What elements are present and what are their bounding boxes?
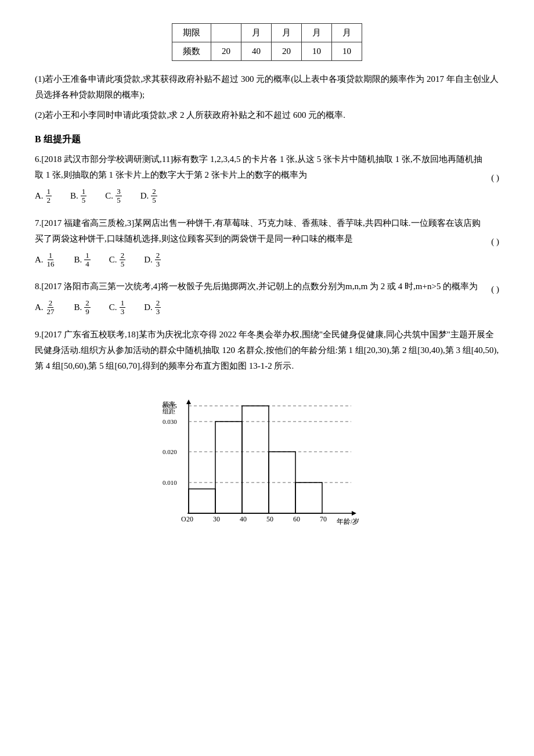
q7-bracket: ( ) — [491, 237, 499, 247]
q8-body: 将一枚骰子先后抛掷两次,并记朝上的点数分别为m,n,m 为 2 或 4 时,m+… — [160, 282, 478, 291]
q9-source: 9.[2017 广东省五校联考,18] — [35, 330, 139, 339]
question-8: 8.[2017 洛阳市高三第一次统考,4]将一枚骰子先后抛掷两次,并记朝上的点数… — [35, 279, 499, 316]
bar-20-30 — [189, 489, 215, 513]
table-cell-10a: 10 — [302, 42, 332, 61]
ytick-0020: 0.020 — [163, 448, 177, 455]
q6-options: A. 12 B. 15 C. 35 D. 25 — [35, 188, 499, 205]
table-cell-10b: 10 — [332, 42, 362, 61]
q8-option-b: B. 29 — [74, 299, 91, 316]
bar-40-50 — [242, 406, 269, 513]
intro-q1: (1)若小王准备申请此项贷款,求其获得政府补贴不超过 300 元的概率(以上表中… — [35, 71, 499, 103]
q8-text: 8.[2017 洛阳市高三第一次统考,4]将一枚骰子先后抛掷两次,并记朝上的点数… — [35, 279, 485, 294]
xtick-50: 50 — [266, 515, 273, 523]
q6-bracket: ( ) — [491, 173, 499, 183]
table-header-yue4: 月 — [332, 24, 362, 42]
table-cell-pinshu: 频数 — [172, 42, 211, 61]
q8-option-c: C. 13 — [109, 299, 125, 316]
ytick-0030: 0.030 — [163, 418, 177, 425]
q7-text: 7.[2017 福建省高三质检,3]某网店出售一种饼干,有草莓味、巧克力味、香蕉… — [35, 215, 485, 247]
q8-option-a: A. 227 — [35, 299, 56, 316]
origin-label: O — [181, 515, 186, 523]
xtick-60: 60 — [293, 515, 300, 523]
q7-options: A. 116 B. 14 C. 25 D. 23 — [35, 251, 499, 269]
table-cell-20b: 20 — [272, 42, 302, 61]
question-9: 9.[2017 广东省五校联考,18]某市为庆祝北京夺得 2022 年冬奥会举办… — [35, 327, 499, 374]
xtick-30: 30 — [213, 515, 220, 523]
bar-60-70 — [295, 483, 322, 513]
intro-q2: (2)若小王和小李同时申请此项贷款,求 2 人所获政府补贴之和不超过 600 元… — [35, 107, 499, 123]
xtick-40: 40 — [240, 515, 247, 523]
histogram-svg: 频率 组距 年龄/岁 O 0.035 0.030 0.020 0.010 — [157, 384, 377, 541]
xtick-70: 70 — [320, 515, 327, 523]
q7-option-a: A. 116 — [35, 251, 56, 269]
xtick-20: 20 — [186, 515, 193, 523]
question-6: 6.[2018 武汉市部分学校调研测试,11]标有数字 1,2,3,4,5 的卡… — [35, 152, 499, 205]
q7-option-d: D. 23 — [144, 251, 161, 269]
table-header-yue2: 月 — [272, 24, 302, 42]
q6-option-c: C. 35 — [105, 188, 121, 205]
q8-source: 8.[2017 洛阳市高三第一次统考,4] — [35, 282, 160, 291]
q8-bracket: ( ) — [491, 285, 499, 294]
table-header-empty — [211, 24, 241, 42]
q6-source: 6.[2018 武汉市部分学校调研测试,11] — [35, 154, 173, 164]
q7-source: 7.[2017 福建省高三质检,3] — [35, 218, 134, 228]
table-cell-20: 20 — [211, 42, 241, 61]
q7-option-c: C. 25 — [109, 251, 125, 269]
ytick-0035: 0.035 — [163, 402, 177, 409]
frequency-histogram: 频率 组距 年龄/岁 O 0.035 0.030 0.020 0.010 — [35, 384, 499, 541]
section-b-title: B 组提升题 — [35, 134, 499, 146]
svg-marker-2 — [186, 399, 191, 404]
ytick-0010: 0.010 — [163, 479, 177, 486]
frequency-table: 期限 月 月 月 月 频数 20 40 20 10 10 — [35, 23, 499, 61]
q6-option-b: B. 15 — [70, 188, 86, 205]
intro-questions: (1)若小王准备申请此项贷款,求其获得政府补贴不超过 300 元的概率(以上表中… — [35, 71, 499, 123]
q7-option-b: B. 14 — [74, 251, 91, 269]
x-axis-label: 年龄/岁 — [337, 517, 359, 525]
bar-30-40 — [215, 422, 242, 513]
q8-options: A. 227 B. 29 C. 13 D. 23 — [35, 299, 499, 316]
table-header-qixian: 期限 — [172, 24, 211, 42]
svg-marker-3 — [352, 511, 356, 516]
table-cell-40: 40 — [241, 42, 272, 61]
table-header-yue1: 月 — [241, 24, 272, 42]
table-header-yue3: 月 — [302, 24, 332, 42]
q6-option-a: A. 12 — [35, 188, 52, 205]
q6-option-d: D. 25 — [140, 188, 157, 205]
question-7: 7.[2017 福建省高三质检,3]某网店出售一种饼干,有草莓味、巧克力味、香蕉… — [35, 215, 499, 269]
q8-option-d: D. 23 — [144, 299, 161, 316]
q6-text: 6.[2018 武汉市部分学校调研测试,11]标有数字 1,2,3,4,5 的卡… — [35, 152, 485, 183]
q9-text: 9.[2017 广东省五校联考,18]某市为庆祝北京夺得 2022 年冬奥会举办… — [35, 327, 499, 374]
